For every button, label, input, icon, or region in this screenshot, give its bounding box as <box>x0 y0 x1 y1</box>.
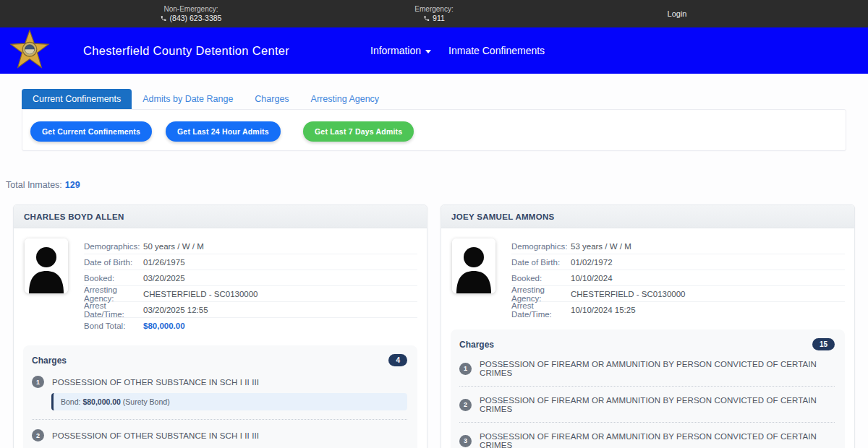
person-silhouette-icon <box>452 238 495 293</box>
total-inmates-label: Total Inmates: <box>6 180 62 190</box>
charge-item: 1 POSSESSION OF OTHER SUBSTANCE IN SCH I… <box>32 376 407 388</box>
get-current-confinements-button[interactable]: Get Current Confinements <box>30 121 152 142</box>
main-content: Current Confinements Admits by Date Rang… <box>0 74 868 448</box>
chevron-down-icon <box>425 50 431 53</box>
inmate-photo-placeholder <box>452 238 495 293</box>
detail-row: Arrest Date/Time:10/10/2024 15:25 <box>511 302 845 318</box>
charges-panel: Charges 4 1 POSSESSION OF OTHER SUBSTANC… <box>23 345 417 448</box>
emergency-label: Emergency: <box>414 4 453 14</box>
inmate-name: JOEY SAMUEL AMMONS <box>441 205 854 228</box>
detail-row: Demographics:50 years / W / M <box>84 238 417 254</box>
charge-number: 2 <box>32 429 44 441</box>
charges-title: Charges <box>32 356 67 366</box>
detail-row: Arresting Agency:CHESTERFIELD - SC013000… <box>511 286 845 302</box>
get-last-24-hour-admits-button[interactable]: Get Last 24 Hour Admits <box>166 121 281 142</box>
detail-row: Arrest Date/Time:03/20/2025 12:55 <box>84 302 417 318</box>
divider <box>459 386 835 387</box>
inmate-card: CHARLES BOYD ALLEN Demographics:50 years… <box>13 204 427 448</box>
inmate-photo-placeholder <box>25 238 68 293</box>
inmate-cards-row: CHARLES BOYD ALLEN Demographics:50 years… <box>13 204 855 448</box>
charges-count-badge: 15 <box>812 338 835 350</box>
non-emergency-label: Non-Emergency: <box>161 4 222 14</box>
sheriff-star-logo <box>9 30 51 72</box>
tab-arresting-agency[interactable]: Arresting Agency <box>300 89 391 109</box>
non-emergency-phone[interactable]: (843) 623-3385 <box>170 14 222 23</box>
charge-number: 3 <box>459 435 472 447</box>
charge-number: 1 <box>32 376 44 388</box>
person-silhouette-icon <box>25 238 68 293</box>
total-inmates-value: 129 <box>65 180 80 190</box>
charge-bond-note: Bond: $80,000.00 (Surety Bond) <box>51 393 407 410</box>
tab-current-confinements[interactable]: Current Confinements <box>22 89 132 109</box>
inmate-details: Demographics:50 years / W / M Date of Bi… <box>84 238 417 334</box>
site-title: Chesterfield County Detention Center <box>83 27 289 74</box>
nav-item-information[interactable]: Information <box>370 45 431 56</box>
get-last-7-days-admits-button[interactable]: Get Last 7 Days Admits <box>303 121 414 142</box>
detail-row: Date of Birth:01/02/1972 <box>511 254 845 270</box>
emergency-phone[interactable]: 911 <box>433 14 445 23</box>
charge-item: 1 POSSESSION OF FIREARM OR AMMUNITION BY… <box>459 360 835 377</box>
charge-item: 3 POSSESSION OF FIREARM OR AMMUNITION BY… <box>459 432 835 448</box>
detail-row: Booked:03/20/2025 <box>84 270 417 286</box>
detail-row: Booked:10/10/2024 <box>511 270 845 286</box>
charges-count-badge: 4 <box>388 354 407 366</box>
charge-item: 2 POSSESSION OF OTHER SUBSTANCE IN SCH I… <box>32 429 407 441</box>
nav-links: Information Inmate Confinements <box>370 27 545 74</box>
nav-item-inmate-confinements[interactable]: Inmate Confinements <box>448 45 545 56</box>
non-emergency-contact: Non-Emergency: (843) 623-3385 <box>161 4 222 23</box>
inmate-details: Demographics:53 years / W / M Date of Bi… <box>511 238 845 318</box>
utility-topbar: Non-Emergency: (843) 623-3385 Emergency:… <box>0 0 868 27</box>
inmate-name: CHARLES BOYD ALLEN <box>14 205 427 228</box>
main-navbar: Chesterfield County Detention Center Inf… <box>0 27 868 74</box>
tab-bar: Current Confinements Admits by Date Rang… <box>22 89 846 109</box>
detail-row-bond-total: Bond Total:$80,000.00 <box>84 318 417 334</box>
phone-icon <box>161 15 167 22</box>
charge-item: 2 POSSESSION OF FIREARM OR AMMUNITION BY… <box>459 396 835 413</box>
tab-content-panel: Get Current Confinements Get Last 24 Hou… <box>22 109 846 151</box>
confinements-tabs-card: Current Confinements Admits by Date Rang… <box>22 89 846 151</box>
divider <box>32 419 407 420</box>
charge-number: 2 <box>459 399 472 411</box>
tab-admits-by-date-range[interactable]: Admits by Date Range <box>132 89 244 109</box>
charges-panel: Charges 15 1 POSSESSION OF FIREARM OR AM… <box>451 329 845 448</box>
divider <box>459 422 835 423</box>
tab-charges[interactable]: Charges <box>244 89 299 109</box>
total-inmates-summary: Total Inmates:129 <box>6 180 80 190</box>
charges-title: Charges <box>459 340 494 350</box>
emergency-contact: Emergency: 911 <box>414 4 453 23</box>
detail-row: Arresting Agency:CHESTERFIELD - SC013000… <box>84 286 417 302</box>
charge-number: 1 <box>459 363 472 375</box>
detail-row: Date of Birth:01/26/1975 <box>84 254 417 270</box>
inmate-card: JOEY SAMUEL AMMONS Demographics:53 years… <box>441 204 855 448</box>
phone-icon <box>423 15 430 22</box>
login-link[interactable]: Login <box>668 0 687 27</box>
detail-row: Demographics:53 years / W / M <box>511 238 845 254</box>
